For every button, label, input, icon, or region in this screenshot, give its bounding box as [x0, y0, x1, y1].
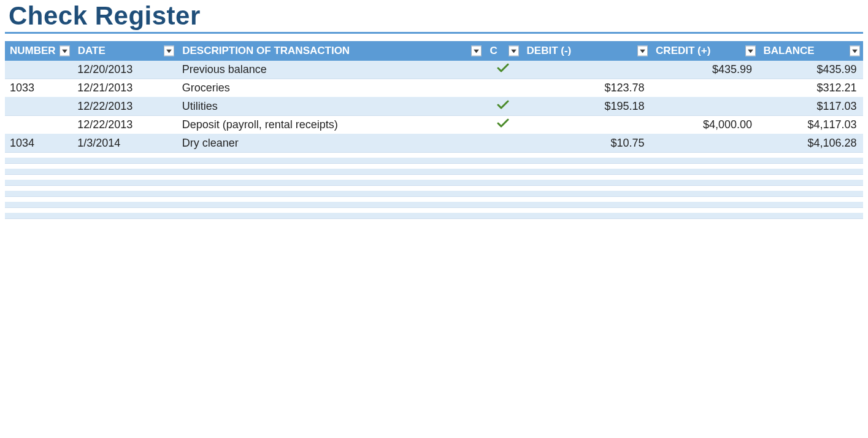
cell-debit[interactable] [521, 197, 651, 202]
table-row[interactable] [5, 202, 863, 208]
header-date[interactable]: DATE [72, 41, 177, 61]
cell-debit[interactable] [521, 116, 651, 134]
table-row[interactable] [5, 186, 863, 191]
cell-date[interactable] [72, 169, 177, 175]
cell-balance[interactable] [758, 175, 862, 180]
cell-description[interactable] [177, 158, 485, 164]
cell-debit[interactable] [521, 164, 651, 169]
table-row[interactable] [5, 153, 863, 158]
cell-credit[interactable] [651, 169, 758, 175]
cell-date[interactable] [72, 197, 177, 202]
cell-date[interactable] [72, 208, 177, 213]
cell-debit[interactable]: $123.78 [521, 79, 651, 98]
cell-credit[interactable]: $4,000.00 [651, 116, 758, 134]
cell-date[interactable] [72, 186, 177, 191]
cell-balance[interactable] [758, 158, 862, 164]
filter-number-button[interactable] [60, 46, 70, 56]
table-row[interactable]: 12/20/2013Previous balance$435.99$435.99 [5, 61, 863, 79]
filter-debit-button[interactable] [637, 46, 648, 56]
header-c[interactable]: C [485, 41, 521, 61]
header-balance[interactable]: BALANCE [758, 41, 862, 61]
cell-debit[interactable] [521, 202, 651, 208]
cell-debit[interactable] [521, 186, 651, 191]
cell-cleared[interactable] [485, 208, 521, 213]
cell-date[interactable] [72, 180, 177, 186]
table-row[interactable] [5, 180, 863, 186]
table-row[interactable] [5, 213, 863, 219]
cell-credit[interactable] [651, 175, 758, 180]
cell-number[interactable] [5, 153, 72, 158]
table-row[interactable] [5, 158, 863, 164]
cell-cleared[interactable] [485, 153, 521, 158]
cell-balance[interactable] [758, 153, 862, 158]
cell-cleared[interactable] [485, 158, 521, 164]
cell-cleared[interactable] [485, 164, 521, 169]
cell-credit[interactable] [651, 213, 758, 219]
cell-description[interactable] [177, 202, 485, 208]
cell-debit[interactable] [521, 208, 651, 213]
cell-credit[interactable] [651, 186, 758, 191]
cell-number[interactable]: 1034 [5, 134, 72, 153]
header-description[interactable]: DESCRIPTION OF TRANSACTION [177, 41, 485, 61]
cell-number[interactable] [5, 158, 72, 164]
cell-number[interactable] [5, 213, 72, 219]
cell-credit[interactable] [651, 153, 758, 158]
cell-balance[interactable] [758, 197, 862, 202]
cell-credit[interactable] [651, 197, 758, 202]
cell-date[interactable] [72, 213, 177, 219]
cell-number[interactable] [5, 98, 72, 116]
table-row[interactable]: 10341/3/2014Dry cleaner$10.75$4,106.28 [5, 134, 863, 153]
cell-description[interactable]: Previous balance [177, 61, 485, 79]
cell-description[interactable] [177, 153, 485, 158]
cell-balance[interactable]: $4,106.28 [758, 134, 862, 153]
header-debit[interactable]: DEBIT (-) [521, 41, 651, 61]
cell-date[interactable] [72, 191, 177, 197]
cell-number[interactable] [5, 169, 72, 175]
cell-cleared[interactable] [485, 180, 521, 186]
cell-balance[interactable]: $312.21 [758, 79, 862, 98]
cell-description[interactable] [177, 169, 485, 175]
cell-cleared[interactable] [485, 213, 521, 219]
cell-description[interactable]: Groceries [177, 79, 485, 98]
cell-number[interactable] [5, 208, 72, 213]
cell-cleared[interactable] [485, 61, 521, 79]
cell-credit[interactable] [651, 180, 758, 186]
cell-number[interactable] [5, 180, 72, 186]
cell-credit[interactable] [651, 191, 758, 197]
table-row[interactable] [5, 208, 863, 213]
filter-date-button[interactable] [164, 46, 174, 56]
cell-date[interactable] [72, 202, 177, 208]
cell-debit[interactable] [521, 175, 651, 180]
cell-debit[interactable] [521, 61, 651, 79]
table-row[interactable]: 103312/21/2013Groceries$123.78$312.21 [5, 79, 863, 98]
cell-description[interactable] [177, 213, 485, 219]
table-row[interactable] [5, 175, 863, 180]
cell-balance[interactable] [758, 169, 862, 175]
cell-balance[interactable] [758, 208, 862, 213]
cell-number[interactable] [5, 61, 72, 79]
cell-date[interactable]: 1/3/2014 [72, 134, 177, 153]
cell-credit[interactable] [651, 208, 758, 213]
cell-description[interactable] [177, 197, 485, 202]
filter-credit-button[interactable] [745, 46, 756, 56]
cell-cleared[interactable] [485, 197, 521, 202]
cell-date[interactable] [72, 164, 177, 169]
table-row[interactable] [5, 164, 863, 169]
cell-credit[interactable] [651, 158, 758, 164]
cell-balance[interactable] [758, 191, 862, 197]
cell-balance[interactable]: $435.99 [758, 61, 862, 79]
cell-description[interactable] [177, 180, 485, 186]
cell-balance[interactable] [758, 180, 862, 186]
cell-number[interactable] [5, 116, 72, 134]
filter-description-button[interactable] [471, 46, 482, 56]
cell-cleared[interactable] [485, 175, 521, 180]
cell-description[interactable] [177, 208, 485, 213]
cell-description[interactable]: Dry cleaner [177, 134, 485, 153]
cell-date[interactable] [72, 158, 177, 164]
cell-debit[interactable] [521, 153, 651, 158]
cell-date[interactable] [72, 175, 177, 180]
cell-credit[interactable] [651, 202, 758, 208]
cell-cleared[interactable] [485, 169, 521, 175]
cell-debit[interactable] [521, 180, 651, 186]
cell-credit[interactable]: $435.99 [651, 61, 758, 79]
